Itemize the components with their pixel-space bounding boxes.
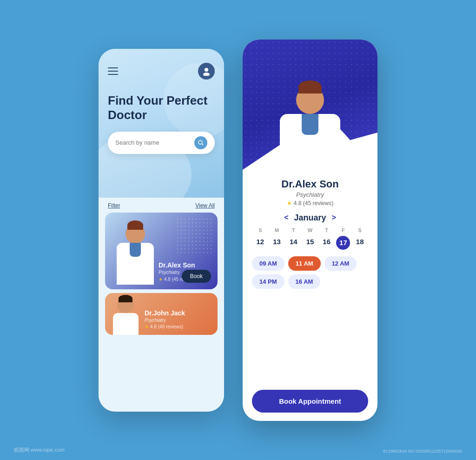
nipic-watermark: 昵图网 www.nipic.com [14, 447, 65, 453]
svg-line-3 [202, 144, 203, 145]
right-doctor-rating: ★ 4.8 (45 reviews) [252, 200, 368, 207]
search-bar[interactable] [108, 132, 215, 154]
cal-date-18[interactable]: 18 [351, 236, 368, 250]
right-star-icon: ★ [287, 200, 292, 207]
user-avatar[interactable] [198, 63, 215, 80]
cal-date-15[interactable]: 15 [302, 236, 318, 250]
time-slot-12am[interactable]: 12 AM [324, 256, 357, 271]
cal-date-16[interactable]: 16 [318, 236, 335, 250]
left-phone: Find Your Perfect Doctor Filter View All [99, 49, 224, 412]
time-slot-9am[interactable]: 09 AM [252, 256, 284, 271]
svg-point-0 [205, 68, 208, 72]
right-phone-content: Dr.Alex Son Psychiatry ★ 4.8 (45 reviews… [243, 170, 377, 421]
calendar-day-labels: S M T W T F S [252, 227, 368, 233]
time-slot-11am[interactable]: 11 AM [288, 256, 321, 271]
doctor-rating-john: ★ 4.8 (49 reviews) [145, 324, 185, 329]
book-button-alex[interactable]: Book [182, 270, 211, 283]
star-icon: ★ [159, 277, 163, 282]
calendar-nav: < January > [252, 213, 368, 223]
doctor-list: Dr.Alex Son Psychiatry ★ 4.8 (45 reviews… [99, 213, 224, 412]
doctor-illustration-john [112, 298, 139, 335]
time-slots: 09 AM 11 AM 12 AM 14 PM 16 AM [252, 256, 368, 289]
time-slot-14pm[interactable]: 14 PM [252, 274, 284, 289]
decorative-dots [176, 217, 213, 254]
cal-date-12[interactable]: 12 [252, 236, 269, 250]
right-doctor-specialty: Psychiatry [252, 191, 368, 198]
svg-point-1 [203, 73, 210, 76]
time-slot-16am[interactable]: 16 AM [288, 274, 321, 289]
headline: Find Your Perfect Doctor [108, 93, 215, 122]
doctor-body [280, 114, 340, 170]
search-input[interactable] [115, 139, 194, 146]
menu-icon[interactable] [108, 67, 118, 75]
right-doctor-name: Dr.Alex Son [252, 178, 368, 190]
doctor-specialty-john: Psychiatry [145, 318, 185, 323]
prev-month-button[interactable]: < [284, 213, 288, 222]
view-all-link[interactable]: View All [195, 202, 215, 209]
star-icon-john: ★ [145, 324, 149, 329]
id-watermark: ID:29652844 NO:20200611235712945030 [383, 449, 462, 453]
calendar-month: January [294, 213, 326, 223]
book-appointment-button[interactable]: Book Appointment [252, 390, 368, 413]
cal-date-17[interactable]: 17 [336, 236, 350, 250]
doctor-head [296, 86, 324, 114]
svg-point-2 [198, 140, 202, 144]
cal-date-13[interactable]: 13 [269, 236, 285, 250]
doctor-illustration-left [110, 224, 161, 289]
cal-date-14[interactable]: 14 [285, 236, 302, 250]
filter-link[interactable]: Filter [108, 202, 120, 209]
next-month-button[interactable]: > [332, 213, 336, 222]
doctor-card-alex[interactable]: Dr.Alex Son Psychiatry ★ 4.8 (45 reviews… [105, 213, 218, 289]
search-icon[interactable] [194, 136, 207, 149]
right-phone: Dr.Alex Son Psychiatry ★ 4.8 (45 reviews… [243, 40, 377, 421]
doctor-card-john[interactable]: Dr.John Jack Psychiatry ★ 4.8 (49 review… [105, 293, 218, 335]
doctor-profile-header [243, 40, 377, 170]
doctor-name-alex: Dr.Alex Son [159, 261, 211, 269]
doctor-illustration-right [280, 86, 340, 170]
filter-row: Filter View All [99, 198, 224, 213]
calendar-dates: 12 13 14 15 16 17 18 [252, 236, 368, 250]
doctor-name-john: Dr.John Jack [145, 309, 185, 317]
